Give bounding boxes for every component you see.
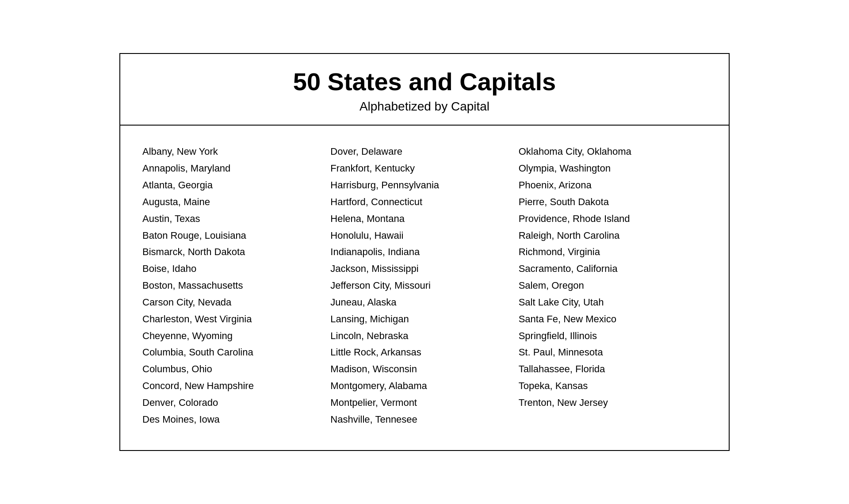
list-item: Montpelier, Vermont <box>330 394 518 411</box>
list-item: Honolulu, Hawaii <box>330 227 518 244</box>
list-item: Sacramento, California <box>519 260 707 277</box>
list-item: Annapolis, Maryland <box>142 160 330 177</box>
list-item: Madison, Wisconsin <box>330 361 518 378</box>
list-item: Trenton, New Jersey <box>519 394 707 411</box>
list-item: Frankfort, Kentucky <box>330 160 518 177</box>
column-2: Dover, DelawareFrankfort, KentuckyHarris… <box>330 143 518 428</box>
list-item: Phoenix, Arizona <box>519 177 707 194</box>
list-item: Montgomery, Alabama <box>330 378 518 394</box>
list-item: Salem, Oregon <box>519 277 707 294</box>
list-item: Topeka, Kansas <box>519 378 707 394</box>
header-section: 50 States and Capitals Alphabetized by C… <box>120 54 729 126</box>
list-item: Providence, Rhode Island <box>519 210 707 227</box>
list-item: Baton Rouge, Louisiana <box>142 227 330 244</box>
list-item: Helena, Montana <box>330 210 518 227</box>
list-item: Jefferson City, Missouri <box>330 277 518 294</box>
list-item: Columbus, Ohio <box>142 361 330 378</box>
list-item: Boise, Idaho <box>142 260 330 277</box>
content-section: Albany, New YorkAnnapolis, MarylandAtlan… <box>120 126 729 450</box>
list-item: Atlanta, Georgia <box>142 177 330 194</box>
list-item: Santa Fe, New Mexico <box>519 311 707 328</box>
list-item: Charleston, West Virginia <box>142 311 330 328</box>
list-item: Columbia, South Carolina <box>142 344 330 361</box>
list-item: Nashville, Tennesee <box>330 411 518 428</box>
list-item: Hartford, Connecticut <box>330 194 518 210</box>
list-item: Salt Lake City, Utah <box>519 294 707 311</box>
list-item: Springfield, Illinois <box>519 328 707 344</box>
list-item: Boston, Massachusetts <box>142 277 330 294</box>
list-item: Little Rock, Arkansas <box>330 344 518 361</box>
list-item: Lincoln, Nebraska <box>330 328 518 344</box>
list-item: Jackson, Mississippi <box>330 260 518 277</box>
column-3: Oklahoma City, OklahomaOlympia, Washingt… <box>519 143 707 428</box>
list-item: Augusta, Maine <box>142 194 330 210</box>
list-item: St. Paul, Minnesota <box>519 344 707 361</box>
list-item: Raleigh, North Carolina <box>519 227 707 244</box>
list-item: Carson City, Nevada <box>142 294 330 311</box>
list-item: Harrisburg, Pennsylvania <box>330 177 518 194</box>
list-item: Cheyenne, Wyoming <box>142 328 330 344</box>
list-item: Concord, New Hampshire <box>142 378 330 394</box>
list-item: Bismarck, North Dakota <box>142 244 330 260</box>
column-1: Albany, New YorkAnnapolis, MarylandAtlan… <box>142 143 330 428</box>
subtitle: Alphabetized by Capital <box>129 99 720 114</box>
list-item: Dover, Delaware <box>330 143 518 160</box>
list-item: Olympia, Washington <box>519 160 707 177</box>
list-item: Lansing, Michigan <box>330 311 518 328</box>
list-item: Albany, New York <box>142 143 330 160</box>
list-item: Tallahassee, Florida <box>519 361 707 378</box>
list-item: Oklahoma City, Oklahoma <box>519 143 707 160</box>
main-title: 50 States and Capitals <box>129 67 720 96</box>
list-item: Austin, Texas <box>142 210 330 227</box>
list-item: Des Moines, Iowa <box>142 411 330 428</box>
list-item: Juneau, Alaska <box>330 294 518 311</box>
list-item: Indianapolis, Indiana <box>330 244 518 260</box>
list-item: Denver, Colorado <box>142 394 330 411</box>
main-container: 50 States and Capitals Alphabetized by C… <box>119 53 730 451</box>
list-item: Richmond, Virginia <box>519 244 707 260</box>
list-item: Pierre, South Dakota <box>519 194 707 210</box>
